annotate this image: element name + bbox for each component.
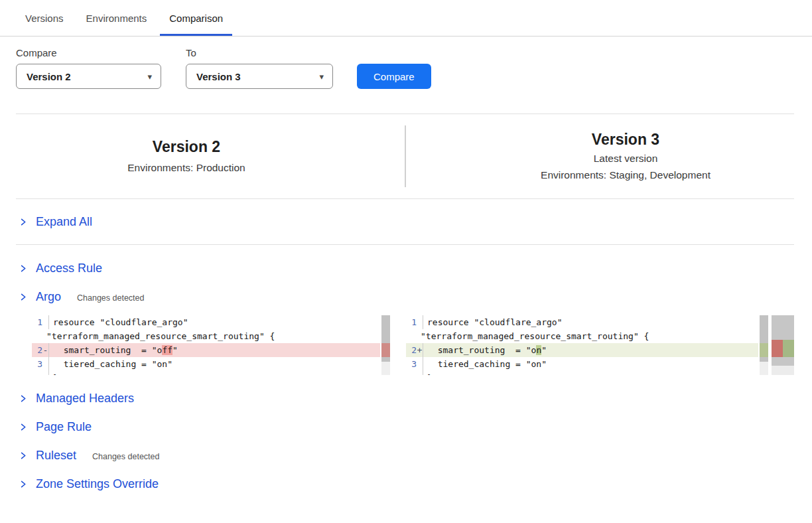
code-text: tiered_caching = "on" [423,357,758,371]
section-ruleset[interactable]: Ruleset Changes detected [0,441,812,470]
diff-sign [417,315,423,329]
diff-line: 4} [406,371,758,375]
diff-line: 1resource "cloudflare_argo" [32,315,380,329]
section-label: Zone Settings Override [36,477,159,491]
version-header-left: Version 2 Environments: Production [0,137,409,175]
section-label: Managed Headers [36,392,134,406]
changes-detected-badge: Changes detected [92,450,159,461]
section-argo[interactable]: Argo Changes detected [0,283,812,311]
section-label: Access Rule [36,262,102,275]
line-number: 4 [32,371,42,375]
tab-comparison-label: Comparison [169,13,223,24]
tab-versions-label: Versions [25,13,64,24]
diff-line: 3 tiered_caching = "on" [32,357,380,371]
diff-sign [417,371,423,375]
diff-line-wrap: "terraform_managed_resource_smart_routin… [406,329,758,343]
section-label: Argo [36,290,61,304]
code-text: "terraform_managed_resource_smart_routin… [416,329,752,343]
diff-line-added: 2+ smart_routing = "on" [406,343,758,357]
compare-from-select[interactable]: Version 2 ▾ [16,64,161,89]
section-access-rule[interactable]: Access Rule [0,254,812,283]
added-mark [760,343,768,357]
section-label: Page Rule [36,420,92,434]
code-text: "terraform_managed_resource_smart_routin… [42,329,373,343]
version-right-subtitle: Latest version [439,151,812,166]
diff-sign [42,357,48,371]
diff-line: 3 tiered_caching = "on" [406,357,758,371]
line-number: 4 [406,371,417,375]
chevron-right-icon [19,423,27,431]
compare-button[interactable]: Compare [357,64,431,89]
code-segment: smart_routing = "o [53,345,162,355]
chevron-right-icon [19,394,27,403]
compare-from-value: Version 2 [27,71,71,82]
diff-minimap[interactable] [772,315,794,375]
expand-all-label: Expand All [36,215,92,229]
tab-bar: Versions Environments Comparison [0,0,812,37]
line-number: 3 [406,357,417,371]
chevron-right-icon [19,293,27,301]
version-header-right: Version 3 Latest version Environments: S… [409,130,812,183]
compare-to-group: To Version 3 ▾ [161,47,333,89]
code-text: smart_routing = "off" [48,343,380,357]
diff-sign: + [417,343,423,357]
minimap-added-mark [783,340,794,357]
version-headers: Version 2 Environments: Production Versi… [0,114,812,198]
diff-sign [42,315,48,329]
diff-sign: - [42,343,48,357]
line-number: 3 [32,357,42,371]
diff-panel-right: 1resource "cloudflare_argo" "terraform_m… [406,315,794,375]
expand-all-button[interactable]: Expand All [0,199,812,244]
argo-diff-view: 1resource "cloudflare_argo" "terraform_m… [32,315,812,375]
diff-line-removed: 2- smart_routing = "off" [32,343,380,357]
chevron-right-icon [19,451,27,460]
code-text: resource "cloudflare_argo" [48,315,380,329]
diff-code-right: 1resource "cloudflare_argo" "terraform_m… [406,315,758,375]
compare-form: Compare Version 2 ▾ To Version 3 ▾ Compa… [0,37,812,89]
code-text: resource "cloudflare_argo" [423,315,758,329]
resource-sections: Access Rule Argo Changes detected 1resou… [0,245,812,498]
section-zone-settings-override[interactable]: Zone Settings Override [0,470,812,498]
version-left-environments: Environments: Production [0,161,373,175]
changes-detected-badge: Changes detected [77,291,144,303]
compare-label: Compare [16,47,161,58]
removed-mark [381,343,390,357]
diff-line: 4} [32,371,380,375]
tab-versions[interactable]: Versions [16,0,73,36]
diff-line-wrap: "terraform_managed_resource_smart_routin… [32,329,380,343]
tab-environments-label: Environments [86,13,147,24]
diff-right-scrollbar[interactable] [760,315,768,375]
tab-environments[interactable]: Environments [77,0,157,36]
line-number: 1 [406,315,417,329]
version-right-title: Version 3 [439,130,812,149]
minimap-removed-mark [772,340,783,357]
code-segment: " [172,345,178,355]
code-text: } [423,371,758,375]
section-managed-headers[interactable]: Managed Headers [0,384,812,413]
compare-from-group: Compare Version 2 ▾ [16,47,161,89]
compare-to-select[interactable]: Version 3 ▾ [186,64,333,89]
code-text: } [48,371,380,375]
compare-to-value: Version 3 [196,71,241,82]
code-text: smart_routing = "on" [423,343,758,357]
line-number: 2 [406,343,417,357]
version-right-environments: Environments: Staging, Development [439,168,812,183]
chevron-down-icon: ▾ [147,72,152,82]
code-text: tiered_caching = "on" [48,357,380,371]
changed-word: ff [162,345,172,355]
section-label: Ruleset [36,449,76,463]
section-page-rule[interactable]: Page Rule [0,413,812,441]
chevron-right-icon [19,218,27,226]
to-label: To [186,47,333,58]
chevron-right-icon [19,480,27,488]
line-number: 2 [32,343,42,357]
diff-line: 1resource "cloudflare_argo" [406,315,758,329]
code-segment: smart_routing = "o [427,345,536,355]
diff-left-scrollbar[interactable] [381,315,390,375]
code-segment: " [541,345,547,355]
comparison-page: Versions Environments Comparison Compare… [0,0,812,523]
chevron-down-icon: ▾ [319,72,324,82]
tab-comparison[interactable]: Comparison [160,0,232,36]
line-number: 1 [32,315,42,329]
diff-panel-left: 1resource "cloudflare_argo" "terraform_m… [32,315,390,375]
